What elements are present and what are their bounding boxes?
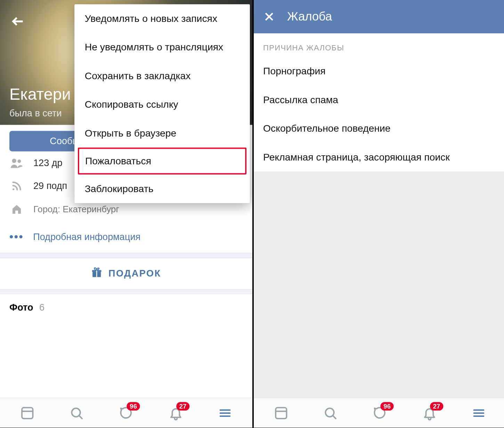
nav-notifications[interactable]: 27	[417, 401, 441, 425]
city-text: Город: Екатеринбург	[33, 204, 119, 214]
close-button[interactable]	[261, 9, 277, 24]
ellipsis-icon: •••	[9, 230, 24, 243]
menu-icon	[472, 406, 486, 420]
menu-icon	[218, 406, 233, 420]
rss-icon	[9, 180, 24, 191]
photos-row[interactable]: Фото 6	[0, 294, 252, 321]
report-screen: Жалоба ПРИЧИНА ЖАЛОБЫ ПорнографияРассылк…	[254, 0, 504, 428]
nav-search[interactable]	[65, 401, 89, 425]
svg-rect-5	[96, 270, 97, 277]
nav-menu[interactable]	[467, 401, 491, 425]
menu-item-0[interactable]: Уведомлять о новых записях	[74, 4, 250, 33]
nav-messages[interactable]: 96	[114, 401, 138, 425]
gift-icon	[91, 267, 103, 280]
menu-item-1[interactable]: Не уведомлять о трансляциях	[74, 33, 250, 61]
nav-feed[interactable]	[269, 401, 293, 425]
home-icon	[9, 204, 24, 215]
gift-label: ПОДАРОК	[108, 268, 161, 279]
gift-button[interactable]: ПОДАРОК	[0, 258, 252, 289]
reason-item-0[interactable]: Порнография	[254, 57, 504, 85]
svg-point-1	[17, 159, 21, 163]
profile-status: была в сети	[9, 108, 62, 119]
appbar: Жалоба	[254, 0, 504, 33]
details-text: Подробная информация	[33, 231, 140, 242]
nav-messages[interactable]: 96	[368, 401, 392, 425]
menu-item-5[interactable]: Пожаловаться	[78, 148, 246, 175]
menu-item-4[interactable]: Открыть в браузере	[74, 119, 250, 147]
bottom-nav: 96 27	[0, 398, 252, 428]
svg-rect-6	[22, 408, 33, 418]
reason-item-3[interactable]: Рекламная страница, засоряющая поиск	[254, 143, 504, 171]
photos-label: Фото	[9, 302, 33, 313]
svg-rect-8	[276, 408, 286, 418]
bottom-nav-2: 96 27	[254, 398, 504, 428]
reason-list: ПорнографияРассылка спамаОскорбительное …	[254, 57, 504, 172]
search-icon	[323, 406, 338, 420]
menu-item-6[interactable]: Заблокировать	[74, 174, 250, 203]
notifications-badge: 27	[176, 402, 189, 411]
nav-menu[interactable]	[213, 401, 237, 425]
search-icon	[70, 406, 84, 420]
messages-badge: 96	[381, 402, 394, 411]
back-button[interactable]	[8, 11, 28, 32]
svg-point-2	[13, 188, 14, 190]
empty-area	[254, 172, 504, 398]
appbar-title: Жалоба	[287, 10, 332, 23]
arrow-left-icon	[11, 14, 25, 29]
notifications-badge: 27	[430, 402, 443, 411]
menu-item-3[interactable]: Скопировать ссылку	[74, 90, 250, 119]
section-separator-2	[0, 289, 252, 294]
section-separator	[0, 253, 252, 258]
feed-icon	[274, 406, 288, 420]
profile-name: Екатери	[9, 85, 71, 104]
details-link[interactable]: ••• Подробная информация	[0, 221, 252, 253]
profile-screen: Екатери была в сети Сообщ 123 др 29 подп…	[0, 0, 252, 428]
friends-icon	[9, 158, 24, 168]
feed-icon	[20, 406, 35, 420]
nav-feed[interactable]	[15, 401, 39, 425]
messages-badge: 96	[127, 402, 140, 411]
friends-text: 123 др	[33, 157, 63, 168]
close-icon	[263, 11, 275, 23]
nav-notifications[interactable]: 27	[164, 401, 188, 425]
reason-item-1[interactable]: Рассылка спама	[254, 85, 504, 114]
overflow-menu: Уведомлять о новых записяхНе уведомлять …	[74, 4, 250, 203]
photos-count: 6	[39, 302, 44, 313]
menu-item-2[interactable]: Сохранить в закладках	[74, 61, 250, 90]
nav-search[interactable]	[318, 401, 342, 425]
svg-point-0	[12, 159, 16, 163]
reason-section-title: ПРИЧИНА ЖАЛОБЫ	[254, 33, 504, 57]
reason-item-2[interactable]: Оскорбительное поведение	[254, 114, 504, 143]
followers-text: 29 подп	[33, 180, 67, 191]
